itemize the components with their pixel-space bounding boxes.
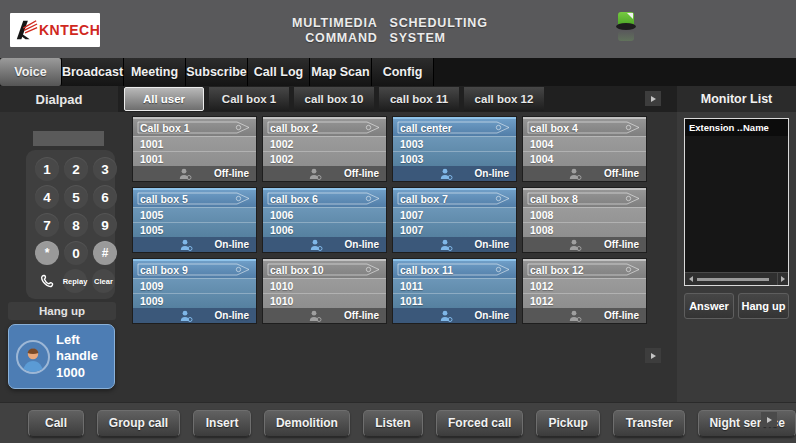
main-tab-label: Call Log (254, 65, 303, 79)
station-card[interactable]: call box 11 1011 1011 On-line (392, 258, 517, 324)
dialpad-key[interactable]: 1 (35, 157, 59, 181)
status-label: Off-line (604, 168, 639, 179)
station-number: 1004 (523, 151, 646, 166)
station-card[interactable]: call box 9 1009 1009 On-line (132, 258, 257, 324)
user-status-icon (179, 168, 192, 180)
user-group-tab[interactable]: call box 11 (379, 87, 459, 111)
dialpad-key[interactable]: 4 (35, 185, 59, 209)
status-label: On-line (475, 310, 509, 321)
scrollbar-thumb[interactable] (697, 278, 769, 281)
left-arrow-icon (689, 276, 693, 282)
tag-outline-icon (136, 262, 253, 277)
user-group-tab[interactable]: call box 10 (294, 87, 374, 111)
user-group-tab-label: call box 12 (475, 93, 534, 105)
user-group-tab-label: All user (143, 93, 185, 105)
monitor-col-extension: Extension ... (685, 122, 743, 133)
dialpad-key-glyph: 0 (72, 246, 80, 261)
clear-label: Clear (94, 277, 113, 286)
status-label: On-line (475, 168, 509, 179)
dialpad-key-glyph: # (102, 246, 109, 260)
replay-button[interactable]: Replay (63, 269, 87, 293)
status-label: Off-line (604, 310, 639, 321)
toolbar-button[interactable]: Listen (363, 410, 424, 437)
dialpad-key-glyph: 4 (43, 190, 51, 205)
dialpad-key[interactable]: 6 (93, 185, 117, 209)
main-tab[interactable]: Map Scan (310, 58, 372, 86)
monitor-hangup-button[interactable]: Hang up (738, 293, 789, 319)
left-handle-card[interactable]: Left handle 1000 (8, 324, 115, 389)
dial-call-button[interactable] (35, 269, 58, 293)
kntech-k-icon (14, 18, 38, 42)
dialpad-key[interactable]: 5 (64, 185, 88, 209)
status-label: On-line (215, 310, 249, 321)
main-tab[interactable]: Config (372, 58, 434, 86)
dialpad-hangup-button[interactable]: Hang up (8, 302, 116, 320)
monitor-list[interactable]: Extension ... Name (684, 118, 789, 286)
station-card[interactable]: call box 5 1005 1005 On-line (132, 187, 257, 253)
dialpad-key[interactable]: 7 (35, 213, 59, 237)
station-card[interactable]: call box 8 1008 1008 Off-line (522, 187, 647, 253)
main-tab[interactable]: Subscribe (186, 58, 248, 86)
main-tab[interactable]: Voice (0, 58, 62, 86)
dialpad-key[interactable]: 3 (93, 157, 117, 181)
main-tab-label: Subscribe (186, 65, 246, 79)
dialpad-key[interactable]: # (93, 241, 117, 265)
station-card[interactable]: call box 2 1002 1002 Off-line (262, 116, 387, 182)
station-number: 1006 (263, 222, 386, 237)
user-group-tabs: All user Call box 1 call box 10 call box… (124, 86, 544, 112)
grid-more-button[interactable] (645, 348, 661, 363)
toolbar-button[interactable]: Call (28, 410, 84, 437)
main-tab-label: Meeting (131, 65, 178, 79)
monitor-hscrollbar[interactable] (685, 272, 788, 285)
station-card[interactable]: call center 1003 1003 On-line (392, 116, 517, 182)
main-tab[interactable]: Call Log (248, 58, 310, 86)
station-card[interactable]: call box 4 1004 1004 Off-line (522, 116, 647, 182)
status-label: On-line (215, 239, 249, 250)
station-card[interactable]: call box 12 1012 1012 Off-line (522, 258, 647, 324)
dialpad-section-label: Dialpad (0, 86, 118, 112)
toolbar-button-label: Pickup (549, 416, 588, 430)
toolbar-button[interactable]: Transfer (613, 410, 685, 437)
handle-title: Left handle (56, 332, 114, 365)
station-card[interactable]: call box 10 1010 1010 Off-line (262, 258, 387, 324)
dialpad-key[interactable]: 8 (64, 213, 88, 237)
status-label: Off-line (344, 310, 379, 321)
status-label: Off-line (604, 239, 639, 250)
user-group-tab[interactable]: All user (124, 87, 204, 111)
dialpad-hangup-label: Hang up (39, 305, 85, 317)
clear-button[interactable]: Clear (92, 269, 115, 293)
toolbar-button[interactable]: Group call (97, 410, 180, 437)
connection-status-icon (616, 12, 638, 48)
dialpad-key[interactable]: 0 (64, 241, 88, 265)
main-tab[interactable]: Broadcast (62, 58, 124, 86)
station-extension: 1005 (133, 207, 256, 222)
toolbar-button[interactable]: Pickup (536, 410, 600, 437)
toolbar-more-button[interactable] (761, 412, 777, 427)
dialpad-key-glyph: 6 (101, 190, 109, 205)
scroll-left-button[interactable] (685, 273, 696, 285)
toolbar-button[interactable]: Night service (698, 410, 796, 437)
status-label: Off-line (344, 168, 379, 179)
station-card[interactable]: call box 6 1006 1006 On-line (262, 187, 387, 253)
dial-number-display[interactable] (33, 131, 104, 146)
more-tabs-button[interactable] (645, 91, 661, 106)
dialpad-key[interactable]: 9 (93, 213, 117, 237)
toolbar-button[interactable]: Forced call (436, 410, 523, 437)
dialpad-key[interactable]: * (35, 241, 59, 265)
user-status-icon (180, 239, 193, 251)
toolbar-button[interactable]: Demolition (264, 410, 349, 437)
station-extension: 1002 (263, 136, 386, 151)
answer-button[interactable]: Answer (684, 293, 734, 319)
main-tab[interactable]: Meeting (124, 58, 186, 86)
toolbar-button-label: Demolition (276, 416, 338, 430)
tag-outline-icon (266, 191, 383, 206)
toolbar-button[interactable]: Insert (193, 410, 251, 437)
user-group-tab[interactable]: call box 12 (464, 87, 544, 111)
station-grid: Call box 1 1001 1001 Off-line (132, 116, 648, 324)
dialpad-key[interactable]: 2 (64, 157, 88, 181)
station-card[interactable]: Call box 1 1001 1001 Off-line (132, 116, 257, 182)
station-card[interactable]: call box 7 1007 1007 On-line (392, 187, 517, 253)
right-arrow-icon (781, 276, 785, 282)
user-group-tab[interactable]: Call box 1 (209, 87, 289, 111)
scroll-right-button[interactable] (777, 273, 788, 285)
